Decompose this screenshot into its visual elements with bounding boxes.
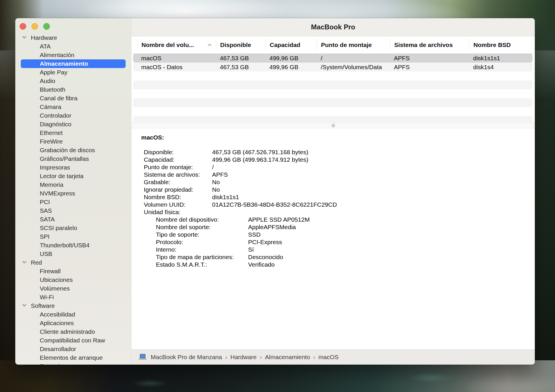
detail-row-nombre-del-dispositivo: Nombre del dispositivo:APPLE SSD AP0512M bbox=[131, 216, 535, 223]
detail-label: Ignorar propiedad: bbox=[144, 186, 212, 193]
sidebar-item-label: Wi-Fi bbox=[40, 294, 54, 301]
sidebar-item-diagnostico[interactable]: Diagnóstico bbox=[15, 120, 131, 129]
sidebar-item-bluetooth[interactable]: Bluetooth bbox=[15, 85, 131, 94]
sidebar-item-label: Ubicaciones bbox=[40, 276, 73, 283]
column-header-nombre-bsd[interactable]: Nombre BSD bbox=[469, 39, 531, 50]
sidebar-item-label: Canal de fibra bbox=[40, 95, 78, 102]
fullscreen-button[interactable] bbox=[43, 23, 50, 30]
table-row-macos-datos[interactable]: macOS - Datos467,53 GB499,96 GB/System/V… bbox=[131, 63, 535, 71]
sidebar-item-firewire[interactable]: FireWire bbox=[15, 137, 131, 146]
detail-value: disk1s1s1 bbox=[212, 193, 239, 201]
breadcrumb-item-almacenamiento[interactable]: Almacenamiento bbox=[265, 354, 310, 361]
sidebar-item-controlador[interactable]: Controlador bbox=[15, 111, 131, 120]
sidebar-item-firewall[interactable]: Firewall bbox=[15, 267, 131, 276]
chevron-down-icon bbox=[22, 304, 27, 307]
sidebar-item-ata[interactable]: ATA bbox=[15, 42, 131, 51]
detail-value: / bbox=[212, 163, 214, 171]
sidebar-item-desarrollador[interactable]: Desarrollador bbox=[15, 345, 131, 353]
detail-row-nombre-bsd: Nombre BSD:disk1s1s1 bbox=[131, 193, 535, 201]
sidebar-item-sata[interactable]: SATA bbox=[15, 215, 131, 224]
sidebar-item-accesibilidad[interactable]: Accesibilidad bbox=[15, 310, 131, 319]
sidebar-item-label: FireWire bbox=[40, 138, 63, 145]
sidebar-item-pci[interactable]: PCI bbox=[15, 198, 131, 206]
sidebar-item-extensiones[interactable]: Extensiones bbox=[15, 362, 131, 365]
table-cell: 499,96 GB bbox=[265, 64, 317, 71]
sidebar-item-audio[interactable]: Audio bbox=[15, 77, 131, 85]
column-header-punto-de-montaje[interactable]: Punto de montaje bbox=[317, 39, 390, 50]
sidebar-item-graficos-pantallas[interactable]: Gráficos/Pantallas bbox=[15, 154, 131, 163]
table-row-empty bbox=[131, 116, 535, 122]
sidebar-item-label: Gráficos/Pantallas bbox=[40, 155, 89, 162]
sidebar-item-label: Aplicaciones bbox=[40, 320, 74, 327]
table-cell: macOS - Datos bbox=[137, 64, 216, 71]
detail-value: PCI-Express bbox=[248, 238, 282, 246]
sidebar-group-hardware[interactable]: Hardware bbox=[15, 33, 131, 42]
sidebar-group-red[interactable]: Red bbox=[15, 258, 131, 267]
breadcrumb-separator: › bbox=[225, 354, 227, 361]
sidebar-item-grabacion-de-discos[interactable]: Grabación de discos bbox=[15, 146, 131, 154]
sidebar-item-scsi-paralelo[interactable]: SCSI paralelo bbox=[15, 224, 131, 232]
column-header-disponible[interactable]: Disponible bbox=[216, 39, 265, 50]
sidebar-item-sas[interactable]: SAS bbox=[15, 206, 131, 215]
sidebar-group-label: Software bbox=[31, 302, 55, 309]
sidebar-item-almacenamiento[interactable]: Almacenamiento bbox=[15, 59, 131, 68]
sidebar-item-label: SATA bbox=[40, 216, 55, 223]
chevron-down-icon bbox=[22, 36, 27, 39]
split-view-divider[interactable] bbox=[131, 122, 535, 128]
detail-row-estado-s-m-a-r-t: Estado S.M.A.R.T.:Verificado bbox=[131, 261, 535, 268]
sidebar-group-label: Hardware bbox=[31, 34, 57, 41]
sidebar-item-volumenes[interactable]: Volúmenes bbox=[15, 284, 131, 293]
table-row-macos[interactable]: macOS467,53 GB499,96 GB/APFSdisk1s1s1 bbox=[131, 54, 535, 63]
sidebar-item-wi-fi[interactable]: Wi-Fi bbox=[15, 293, 131, 301]
column-header-sistema-de-archivos[interactable]: Sistema de archivos bbox=[390, 39, 469, 50]
window-title: MacBook Pro bbox=[311, 23, 355, 31]
sidebar-item-impresoras[interactable]: Impresoras bbox=[15, 163, 131, 172]
table-row-empty bbox=[131, 89, 535, 98]
breadcrumb-item-hardware[interactable]: Hardware bbox=[230, 354, 256, 361]
column-header-capacidad[interactable]: Capacidad bbox=[265, 39, 317, 50]
close-button[interactable] bbox=[20, 23, 26, 30]
sidebar-item-thunderbolt-usb4[interactable]: Thunderbolt/USB4 bbox=[15, 241, 131, 250]
category-tree: HardwareATAAlimentaciónAlmacenamientoApp… bbox=[15, 30, 131, 365]
detail-value: 467,53 GB (467.526.791.168 bytes) bbox=[212, 148, 308, 156]
sidebar-item-camara[interactable]: Cámara bbox=[15, 103, 131, 111]
sidebar-item-aplicaciones[interactable]: Aplicaciones bbox=[15, 319, 131, 327]
detail-label: Interno: bbox=[156, 246, 248, 253]
sidebar-item-label: Ethernet bbox=[40, 129, 63, 136]
sidebar-group-software[interactable]: Software bbox=[15, 301, 131, 310]
sidebar-item-label: Bluetooth bbox=[40, 86, 65, 93]
sidebar-item-cliente-administrado[interactable]: Cliente administrado bbox=[15, 327, 131, 336]
sidebar-item-canal-de-fibra[interactable]: Canal de fibra bbox=[15, 94, 131, 103]
sidebar: HardwareATAAlimentaciónAlmacenamientoApp… bbox=[15, 18, 131, 365]
sidebar-item-memoria[interactable]: Memoria bbox=[15, 180, 131, 189]
table-row-empty bbox=[131, 71, 535, 80]
detail-row-nombre-del-soporte: Nombre del soporte:AppleAPFSMedia bbox=[131, 223, 535, 231]
detail-value: No bbox=[212, 178, 220, 186]
table-cell: disk1s1s1 bbox=[469, 55, 531, 62]
detail-label: Unidad física: bbox=[144, 208, 212, 216]
column-header-label: Disponible bbox=[220, 42, 251, 48]
sidebar-item-nvmexpress[interactable]: NVMExpress bbox=[15, 189, 131, 198]
sidebar-item-ubicaciones[interactable]: Ubicaciones bbox=[15, 276, 131, 284]
sidebar-item-alimentacion[interactable]: Alimentación bbox=[15, 51, 131, 59]
column-header-nombre-del-volu[interactable]: Nombre del volu... bbox=[137, 39, 216, 50]
sidebar-item-apple-pay[interactable]: Apple Pay bbox=[15, 68, 131, 77]
detail-label: Estado S.M.A.R.T.: bbox=[156, 261, 248, 268]
detail-value: Verificado bbox=[248, 261, 275, 268]
content-pane: MacBook Pro Nombre del volu...Disponible… bbox=[131, 18, 535, 365]
sidebar-item-label: Audio bbox=[40, 78, 55, 84]
sidebar-item-spi[interactable]: SPI bbox=[15, 232, 131, 241]
sidebar-item-label: Controlador bbox=[40, 112, 71, 119]
breadcrumb-item-macos[interactable]: macOS bbox=[318, 354, 339, 361]
title-bar[interactable]: MacBook Pro bbox=[131, 18, 535, 36]
sidebar-item-usb[interactable]: USB bbox=[15, 250, 131, 258]
breadcrumb-item-macbook-pro-de-manzana[interactable]: MacBook Pro de Manzana bbox=[151, 354, 222, 361]
sidebar-item-compatibilidad-con-raw[interactable]: Compatibilidad con Raw bbox=[15, 336, 131, 345]
sidebar-item-elementos-de-arranque[interactable]: Elementos de arranque bbox=[15, 353, 131, 362]
sidebar-item-lector-de-tarjeta[interactable]: Lector de tarjeta bbox=[15, 172, 131, 180]
sidebar-item-label: NVMExpress bbox=[40, 190, 75, 197]
volumes-table-header: Nombre del volu...DisponibleCapacidadPun… bbox=[131, 36, 535, 54]
sidebar-item-ethernet[interactable]: Ethernet bbox=[15, 129, 131, 137]
system-information-window: HardwareATAAlimentaciónAlmacenamientoApp… bbox=[15, 18, 535, 365]
minimize-button[interactable] bbox=[31, 23, 38, 30]
